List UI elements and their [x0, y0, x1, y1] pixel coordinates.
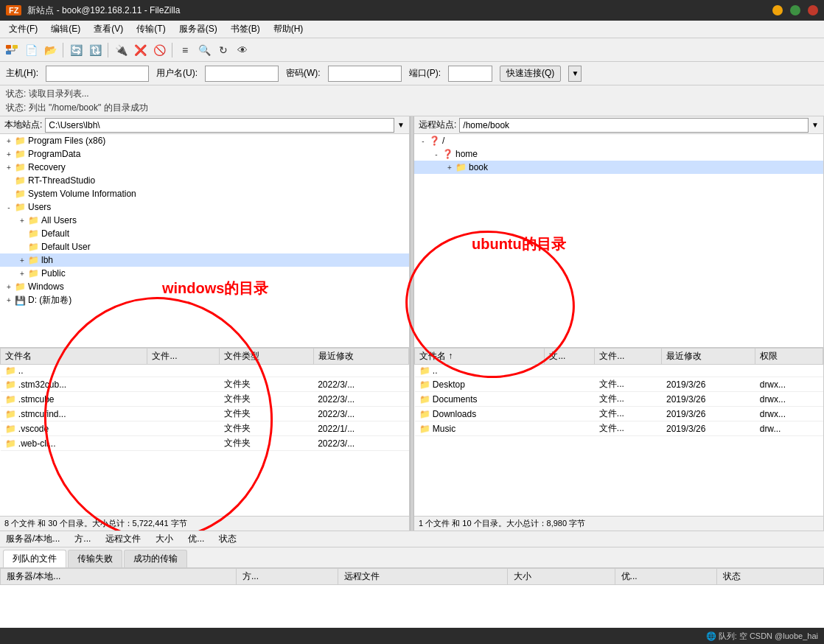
app-container: FZ 新站点 - book@192.168.2.11 - FileZilla 文…	[0, 0, 824, 644]
table-row[interactable]: 📁 ..	[415, 365, 823, 377]
tcol-size[interactable]: 大小	[508, 569, 615, 585]
close-button[interactable]	[808, 5, 818, 15]
tree-toggle[interactable]	[3, 188, 15, 200]
port-label: 端口(P):	[409, 67, 441, 80]
toolbar-connect[interactable]: 🔌	[112, 41, 130, 59]
tree-item-allusers[interactable]: + 📁 All Users	[0, 214, 409, 227]
toolbar-refresh[interactable]: 🔄	[67, 41, 85, 59]
toolbar-queue[interactable]: ≡	[176, 41, 194, 59]
tree-item-windows[interactable]: + 📁 Windows	[0, 280, 409, 293]
port-input[interactable]	[448, 66, 492, 82]
tree-toggle[interactable]: +	[3, 161, 15, 173]
tab-queued[interactable]: 列队的文件	[3, 550, 66, 567]
tree-item-users[interactable]: - 📁 Users	[0, 200, 409, 214]
tcol-status[interactable]: 状态	[716, 569, 823, 585]
col-filetype[interactable]: 文件类型	[220, 349, 313, 365]
rcol-type[interactable]: 文件...	[595, 349, 662, 365]
toolbar-sync[interactable]: ↻	[214, 41, 232, 59]
tree-toggle[interactable]: -	[417, 135, 429, 147]
tree-item-public[interactable]: + 📁 Public	[0, 267, 409, 280]
quickconnect-button[interactable]: 快速连接(Q)	[500, 66, 561, 82]
rcol-size[interactable]: 文...	[545, 349, 595, 365]
tcol-dir[interactable]: 方...	[236, 569, 338, 585]
toolbar-cancel[interactable]: 🚫	[150, 41, 168, 59]
toolbar-compare[interactable]: 👁	[234, 41, 251, 59]
tree-toggle[interactable]	[16, 241, 28, 253]
window-title: 新站点 - book@192.168.2.11 - FileZilla	[27, 4, 180, 17]
tcol-prio[interactable]: 优...	[615, 569, 716, 585]
tree-item-default[interactable]: 📁 Default	[0, 227, 409, 240]
tree-item-root[interactable]: - ❓ /	[414, 134, 823, 147]
tree-toggle[interactable]: +	[3, 148, 15, 160]
remote-path-input[interactable]	[459, 118, 809, 133]
tree-toggle[interactable]: +	[16, 254, 28, 266]
tcol-remote[interactable]: 远程文件	[338, 569, 508, 585]
menu-edit[interactable]: 编辑(E)	[45, 21, 86, 37]
rcol-date[interactable]: 最近修改	[662, 349, 755, 365]
col-date[interactable]: 最近修改	[313, 349, 408, 365]
table-row[interactable]: 📁 .stmcufind... 文件夹2022/3/...	[1, 407, 409, 421]
table-row[interactable]: 📁 .vscode 文件夹2022/1/...	[1, 421, 409, 436]
tree-item[interactable]: + 📁 Program Files (x86)	[0, 134, 409, 147]
tab-success[interactable]: 成功的传输	[124, 550, 187, 567]
pass-input[interactable]	[328, 66, 402, 82]
remote-path-dropdown[interactable]: ▼	[811, 121, 819, 129]
quickconnect-dropdown[interactable]: ▼	[568, 66, 582, 82]
tree-item-book[interactable]: + 📁 book	[414, 161, 823, 174]
tcol-server[interactable]: 服务器/本地...	[1, 569, 237, 585]
user-input[interactable]	[205, 66, 279, 82]
table-row[interactable]: 📁 .stm32cub... 文件夹2022/3/...	[1, 377, 409, 392]
minimize-button[interactable]	[772, 5, 783, 15]
tree-toggle[interactable]: +	[16, 267, 28, 279]
tree-item[interactable]: 📁 RT-ThreadStudio	[0, 174, 409, 187]
toolbar-siteman[interactable]	[3, 41, 21, 59]
rcol-filename[interactable]: 文件名 ↑	[415, 349, 545, 365]
host-input[interactable]	[46, 66, 149, 82]
table-row[interactable]: 📁 Documents 文件...2019/3/26drwx...	[415, 392, 823, 407]
rcol-perm[interactable]: 权限	[755, 349, 823, 365]
local-path-input[interactable]	[45, 118, 394, 133]
tree-toggle[interactable]: +	[3, 295, 15, 307]
menu-transfer[interactable]: 传输(T)	[130, 21, 171, 37]
tab-failed[interactable]: 传输失败	[68, 550, 122, 567]
toolbar-refresh2[interactable]: 🔃	[86, 41, 104, 59]
tree-item[interactable]: 📁 System Volume Information	[0, 187, 409, 200]
tree-toggle[interactable]: -	[430, 148, 442, 160]
tree-item[interactable]: + 📁 Recovery	[0, 161, 409, 174]
toolbar-search[interactable]: 🔍	[195, 41, 213, 59]
tree-item-defaultuser[interactable]: 📁 Default User	[0, 240, 409, 253]
toolbar-open[interactable]: 📂	[41, 41, 59, 59]
toolbar-disconnect[interactable]: ❌	[131, 41, 149, 59]
tree-item[interactable]: + 📁 ProgramData	[0, 147, 409, 161]
tree-item-home[interactable]: - ❓ home	[414, 147, 823, 161]
pass-label: 密码(W):	[286, 67, 321, 80]
table-row[interactable]: 📁 .stmcube 文件夹2022/3/...	[1, 392, 409, 407]
tree-toggle[interactable]: -	[3, 201, 15, 213]
local-path-dropdown[interactable]: ▼	[397, 121, 405, 129]
table-row[interactable]: 📁 .web-cli... 文件夹2022/3/...	[1, 436, 409, 451]
menu-file[interactable]: 文件(F)	[3, 21, 43, 37]
tree-item-lbh[interactable]: + 📁 lbh	[0, 253, 409, 267]
table-row[interactable]: 📁 Music 文件...2019/3/26drw...	[415, 421, 823, 436]
toolbar-new[interactable]: 📄	[22, 41, 40, 59]
table-row[interactable]: 📁 ..	[1, 365, 409, 377]
transfer-table-area: 服务器/本地... 方... 远程文件 大小 优... 状态	[0, 568, 824, 628]
menu-view[interactable]: 查看(V)	[88, 21, 129, 37]
tree-item-drive[interactable]: + 💾 D: (新加卷)	[0, 293, 409, 307]
tree-toggle[interactable]: +	[16, 214, 28, 226]
menu-help[interactable]: 帮助(H)	[268, 21, 310, 37]
menu-bookmark[interactable]: 书签(B)	[225, 21, 266, 37]
table-row[interactable]: 📁 Downloads 文件...2019/3/26drwx...	[415, 407, 823, 421]
tree-toggle[interactable]	[3, 175, 15, 186]
tree-toggle[interactable]: +	[3, 281, 15, 293]
table-row[interactable]: 📁 Desktop 文件...2019/3/26drwx...	[415, 377, 823, 392]
tree-toggle[interactable]: +	[444, 161, 455, 173]
maximize-button[interactable]	[790, 5, 800, 15]
system-bar-info: 🌐 队列: 空 CSDN @luobe_hai	[706, 631, 818, 642]
col-filesize[interactable]: 文件...	[147, 349, 220, 365]
menu-server[interactable]: 服务器(S)	[173, 21, 223, 37]
local-tree: + 📁 Program Files (x86) + 📁 ProgramData …	[0, 134, 409, 348]
col-filename[interactable]: 文件名	[1, 349, 147, 365]
tree-toggle[interactable]: +	[3, 135, 15, 147]
tree-toggle[interactable]	[16, 228, 28, 239]
